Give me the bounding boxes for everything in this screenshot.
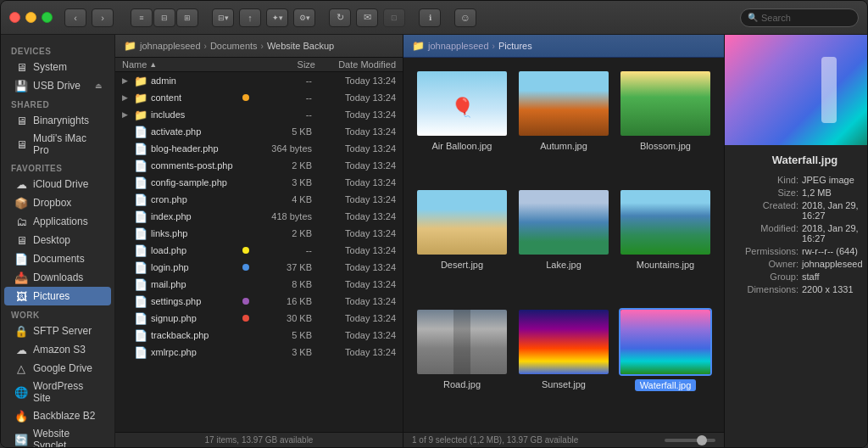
sidebar-item-documents[interactable]: 📄Documents xyxy=(4,249,111,268)
close-button[interactable] xyxy=(9,12,20,23)
preview-val-kind: JPEG image xyxy=(802,175,867,185)
file-row-login.php[interactable]: 📄login.php37 KBToday 13:24 xyxy=(115,259,403,276)
file-row-mail.php[interactable]: 📄mail.php8 KBToday 13:24 xyxy=(115,276,403,293)
file-row-settings.php[interactable]: 📄settings.php16 KBToday 13:24 xyxy=(115,293,403,310)
sidebar-item-google-drive[interactable]: △Google Drive xyxy=(4,359,111,378)
zoom-slider[interactable] xyxy=(665,439,715,442)
emoji-button[interactable]: ☺ xyxy=(454,8,476,27)
sidebar-icon-pictures: 🖼 xyxy=(14,289,28,303)
sidebar-item-pictures[interactable]: 🖼Pictures xyxy=(4,287,111,305)
gallery-item-blossom[interactable]: Blossom.jpg xyxy=(619,70,712,180)
gallery-item-mountains[interactable]: Mountains.jpg xyxy=(619,188,712,299)
toolbar: ‹ › ≡ ⊟ ⊞ ⊟▾ ↑ ✦▾ ⚙▾ ↻ ✉ ⊡ ℹ ☺ 🔍 Search xyxy=(1,1,867,35)
file-row-admin[interactable]: ▶📁admin--Today 13:24 xyxy=(115,72,403,89)
preview-title: Waterfall.jpg xyxy=(735,154,867,166)
sidebar-item-website-synclet[interactable]: 🔄Website Synclet xyxy=(4,425,111,447)
gallery-item-waterfall[interactable]: Waterfall.jpg xyxy=(619,308,712,420)
file-row-load.php[interactable]: 📄load.php--Today 13:24 xyxy=(115,242,403,259)
gallery-thumb-inner-road xyxy=(417,310,507,374)
sidebar-label-google-drive: Google Drive xyxy=(33,362,92,374)
breadcrumb-user: johnappleseed xyxy=(140,41,201,51)
gallery-item-road[interactable]: Road.jpg xyxy=(415,308,509,420)
sidebar-item-downloads[interactable]: 📥Downloads xyxy=(4,268,111,287)
sidebar-label-system: System xyxy=(33,61,67,73)
gallery-item-desert[interactable]: Desert.jpg xyxy=(415,188,509,299)
file-name-cron.php: cron.php xyxy=(151,194,239,204)
sidebar-item-desktop[interactable]: 🖥Desktop xyxy=(4,231,111,249)
sidebar-item-mudis-imac-pro[interactable]: 🖥Mudi's iMac Pro xyxy=(4,130,111,159)
sort-arrow: ▲ xyxy=(149,60,157,69)
search-box[interactable]: 🔍 Search xyxy=(740,8,859,27)
file-row-includes[interactable]: ▶📁includes--Today 13:24 xyxy=(115,106,403,123)
file-row-config-sample.php[interactable]: 📄config-sample.php3 KBToday 13:24 xyxy=(115,174,403,191)
file-row-index.php[interactable]: 📄index.php418 bytesToday 13:24 xyxy=(115,208,403,225)
search-placeholder: Search xyxy=(761,13,791,23)
file-name-content: content xyxy=(151,92,239,103)
file-row-blog-header.php[interactable]: 📄blog-header.php364 bytesToday 13:24 xyxy=(115,140,403,157)
arrange-button[interactable]: ⊟▾ xyxy=(212,8,234,27)
gallery-label-autumn: Autumn.jpg xyxy=(540,141,587,151)
file-name-blog-header.php: blog-header.php xyxy=(151,143,239,154)
column-view-button[interactable]: ⊟ xyxy=(153,8,175,27)
file-name-load.php: load.php xyxy=(151,245,239,255)
sidebar-label-documents: Documents xyxy=(33,253,85,265)
gallery-label-waterfall: Waterfall.jpg xyxy=(635,379,697,391)
file-date-blog-header.php: Today 13:24 xyxy=(315,143,396,154)
file-row-xmlrpc.php[interactable]: 📄xmlrpc.php3 KBToday 13:24 xyxy=(115,344,403,361)
sidebar-item-backblaze-b2[interactable]: 🔥Backblaze B2 xyxy=(4,406,111,425)
file-row-links.php[interactable]: 📄links.php2 KBToday 13:24 xyxy=(115,225,403,242)
list-view-button[interactable]: ≡ xyxy=(131,8,153,27)
mail-button[interactable]: ✉ xyxy=(356,8,378,27)
sidebar-item-wordpress-site[interactable]: 🌐WordPress Site xyxy=(4,378,111,406)
folder-expand-arrow[interactable]: ▶ xyxy=(122,93,131,102)
breadcrumb-documents: Documents xyxy=(210,41,258,51)
gallery-item-autumn[interactable]: Autumn.jpg xyxy=(517,70,610,180)
settings-button[interactable]: ⚙▾ xyxy=(293,8,315,27)
preview-key-created: Created: xyxy=(735,200,798,221)
file-row-content[interactable]: ▶📁content--Today 13:24 xyxy=(115,89,403,106)
file-row-trackback.php[interactable]: 📄trackback.php5 KBToday 13:24 xyxy=(115,327,403,344)
gallery-thumb-sunset xyxy=(517,308,610,376)
eject-icon-usb-drive[interactable]: ⏏ xyxy=(95,81,103,90)
gallery-item-air-balloon[interactable]: 🎈Air Balloon.jpg xyxy=(415,70,509,180)
preview-key-group: Group: xyxy=(735,272,798,282)
preview-val-dimensions: 2200 x 1331 xyxy=(802,284,867,294)
sidebar-label-applications: Applications xyxy=(33,216,88,227)
gallery-thumb-blossom xyxy=(619,70,712,137)
file-row-comments-post.php[interactable]: 📄comments-post.php2 KBToday 13:24 xyxy=(115,157,403,174)
gallery-item-lake[interactable]: Lake.jpg xyxy=(517,188,610,299)
preview-info: Waterfall.jpgKind:JPEG imageSize:1,2 MBC… xyxy=(725,145,867,305)
forward-button[interactable]: › xyxy=(92,8,114,27)
sidebar-item-icloud-drive[interactable]: ☁iCloud Drive xyxy=(4,175,111,193)
action-button[interactable]: ↑ xyxy=(239,8,261,27)
sidebar-label-mudis-imac-pro: Mudi's iMac Pro xyxy=(33,132,103,156)
sidebar-item-dropbox[interactable]: 📦Dropbox xyxy=(4,193,111,212)
back-button[interactable]: ‹ xyxy=(64,8,86,27)
zoom-slider-thumb[interactable] xyxy=(697,435,707,445)
folder-expand-arrow[interactable]: ▶ xyxy=(122,76,131,85)
sidebar-item-amazon-s3[interactable]: ☁Amazon S3 xyxy=(4,340,111,359)
sync-button[interactable]: ↻ xyxy=(329,8,351,27)
sidebar-label-binarynights: Binarynights xyxy=(33,115,89,126)
preview-row-owner: Owner:johnappleseed xyxy=(735,259,867,269)
sidebar-item-binarynights[interactable]: 🖥Binarynights xyxy=(4,111,111,130)
sidebar-item-system[interactable]: 🖥System xyxy=(4,58,111,76)
share-button[interactable]: ✦▾ xyxy=(266,8,288,27)
file-row-activate.php[interactable]: 📄activate.php5 KBToday 13:24 xyxy=(115,123,403,140)
file-row-signup.php[interactable]: 📄signup.php30 KBToday 13:24 xyxy=(115,310,403,327)
sidebar-item-usb-drive[interactable]: 💾USB Drive⏏ xyxy=(4,76,111,95)
view-toggle-group: ≡ ⊟ ⊞ xyxy=(131,8,198,27)
gallery-label-sunset: Sunset.jpg xyxy=(542,379,586,389)
share2-button[interactable]: ⊡ xyxy=(383,8,405,27)
sidebar-item-applications[interactable]: 🗂Applications xyxy=(4,212,111,231)
folder-expand-arrow[interactable]: ▶ xyxy=(122,110,131,119)
file-row-cron.php[interactable]: 📄cron.php4 KBToday 13:24 xyxy=(115,191,403,208)
minimize-button[interactable] xyxy=(25,12,36,23)
info-button[interactable]: ℹ xyxy=(419,8,441,27)
sidebar-icon-system: 🖥 xyxy=(14,60,28,74)
sidebar-item-sftp-server[interactable]: 🔒SFTP Server xyxy=(4,322,111,340)
gallery-view-button[interactable]: ⊞ xyxy=(176,8,198,27)
gallery-item-sunset[interactable]: Sunset.jpg xyxy=(517,308,610,420)
maximize-button[interactable] xyxy=(42,12,53,23)
file-date-config-sample.php: Today 13:24 xyxy=(315,177,396,188)
